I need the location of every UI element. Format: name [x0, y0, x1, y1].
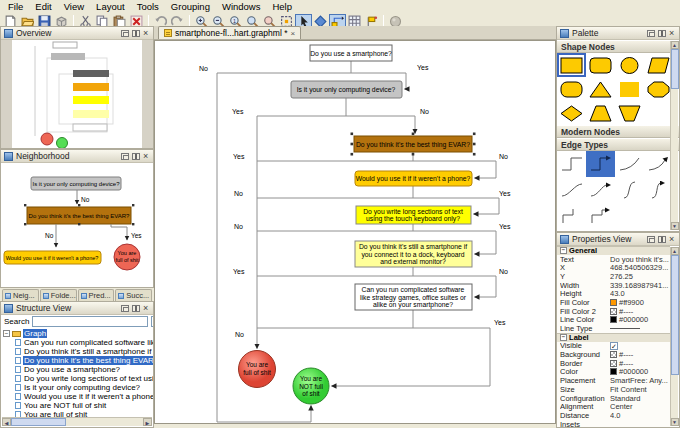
edge-zigzag[interactable]	[557, 203, 586, 229]
section-modern-nodes[interactable]: Modern Nodes»	[557, 125, 679, 138]
neighborhood-node-evar[interactable]: Do you think it's the best thing EVAR?	[29, 213, 130, 219]
pin-panel-icon[interactable]	[132, 153, 140, 160]
background-swatch[interactable]	[610, 351, 617, 358]
float-panel-icon[interactable]	[647, 30, 655, 37]
edge-arc[interactable]	[615, 151, 644, 177]
scrollbar-thumb[interactable]	[11, 418, 66, 426]
menu-edit[interactable]: Edit	[29, 1, 57, 12]
prop-line-type[interactable]: Line Type	[557, 324, 670, 333]
menu-layout[interactable]: Layout	[90, 1, 131, 12]
collapse-icon[interactable]: −	[560, 334, 567, 341]
fill-color-swatch[interactable]	[610, 299, 617, 306]
tree-item[interactable]: You are NOT full of shit	[3, 401, 153, 410]
neighborhood-node-red[interactable]: You are	[118, 250, 137, 256]
pin-panel-icon[interactable]	[658, 30, 666, 37]
line-color-swatch[interactable]	[610, 316, 617, 323]
tree-item[interactable]: Can you run complicated software like st…	[3, 338, 153, 347]
prop-line-color[interactable]: Line Color#000000	[557, 316, 670, 325]
scrollbar-thumb[interactable]	[671, 49, 679, 89]
tree-item[interactable]: Do you use a smartphone?	[3, 365, 153, 374]
prop-y[interactable]: Y276.25	[557, 272, 670, 281]
tab-neighborhood[interactable]: Neig...	[2, 289, 39, 301]
menu-view[interactable]: View	[58, 1, 90, 12]
shape-diamond[interactable]	[557, 101, 586, 125]
float-panel-icon[interactable]	[647, 236, 655, 243]
scroll-left-icon[interactable]: ◀	[2, 418, 11, 426]
close-panel-icon[interactable]: ×	[143, 305, 150, 312]
section-shape-nodes[interactable]: Shape Nodes»	[557, 40, 679, 53]
section-general[interactable]: − General	[557, 246, 670, 255]
scroll-right-icon[interactable]: ▶	[143, 418, 152, 426]
palette-scrollbar[interactable]: ▲ ▼	[670, 41, 678, 230]
prop-fill-color[interactable]: Fill Color#ff9900	[557, 298, 670, 307]
close-tab-icon[interactable]: ×	[290, 29, 295, 38]
menu-file[interactable]: File	[2, 1, 29, 12]
shape-trapezoid-down[interactable]	[615, 101, 644, 125]
properties-scrollbar[interactable]: ▲ ▼	[670, 247, 678, 426]
edge-spline-arrow[interactable]	[644, 177, 673, 203]
shape-octagon[interactable]	[644, 77, 673, 101]
edge-smooth-polyline[interactable]	[557, 177, 586, 203]
shape-borderless-rectangle[interactable]	[615, 77, 644, 101]
scroll-down-icon[interactable]: ▼	[671, 418, 679, 426]
shape-bevel-rectangle[interactable]	[557, 77, 586, 101]
scroll-up-icon[interactable]: ▲	[671, 247, 679, 255]
tree-item[interactable]: Would you use it if it weren't a phone?	[3, 392, 153, 401]
prop-border[interactable]: Border#----	[557, 359, 670, 368]
shape-rounded-rectangle[interactable]	[586, 53, 615, 77]
close-panel-icon[interactable]: ×	[669, 30, 676, 37]
neighborhood-view[interactable]: Is it your only computing device? No Do …	[1, 163, 153, 287]
tab-predecessors[interactable]: Pred...	[78, 289, 115, 301]
menu-grouping[interactable]: Grouping	[165, 1, 216, 12]
prop-fill-color-2[interactable]: Fill Color 2#----	[557, 307, 670, 316]
prop-placement[interactable]: PlacementSmartFree: Any...	[557, 376, 670, 385]
tab-successors[interactable]: Succ...	[115, 289, 152, 301]
search-input[interactable]	[32, 316, 148, 327]
close-panel-icon[interactable]: ×	[143, 153, 150, 160]
tree-item-graph[interactable]: −Graph	[3, 329, 153, 338]
pin-panel-icon[interactable]	[132, 30, 140, 37]
scroll-down-icon[interactable]: ▼	[671, 222, 679, 230]
tab-folder-contents[interactable]: Folde...	[40, 289, 77, 301]
neighborhood-node-phone[interactable]: Would you use it if it weren't a phone?	[6, 255, 99, 261]
menu-help[interactable]: Help	[266, 1, 298, 12]
prop-width[interactable]: Width339.168987941...	[557, 281, 670, 290]
prop-insets[interactable]: Insets	[557, 420, 670, 428]
section-edge-types[interactable]: Edge Types»	[557, 138, 679, 151]
expander-icon[interactable]: −	[3, 330, 10, 337]
tree-item-selected[interactable]: Do you think it's the best thing EVAR?	[3, 356, 153, 365]
prop-alignment[interactable]: AlignmentCenter	[557, 402, 670, 411]
border-swatch[interactable]	[610, 360, 617, 367]
pin-panel-icon[interactable]	[132, 305, 140, 312]
float-panel-icon[interactable]	[121, 153, 129, 160]
shape-triangle[interactable]	[586, 77, 615, 101]
edge-zigzag-arrow[interactable]	[586, 203, 615, 229]
prop-height[interactable]: Height43.0	[557, 289, 670, 298]
document-tab[interactable]: smartphone-fl...hart.graphml * ×	[158, 26, 301, 39]
float-panel-icon[interactable]	[121, 30, 129, 37]
close-panel-icon[interactable]: ×	[143, 30, 150, 37]
prop-configuration[interactable]: ConfigurationStandard	[557, 394, 670, 403]
prop-text[interactable]: TextDo you think it's...	[557, 255, 670, 264]
edge-polyline[interactable]	[557, 151, 586, 177]
color-swatch[interactable]	[610, 368, 617, 375]
collapse-icon[interactable]: −	[560, 247, 567, 254]
edge-spline[interactable]	[615, 177, 644, 203]
line-type-preview[interactable]	[610, 328, 640, 329]
edge-arc-arrow[interactable]	[644, 151, 673, 177]
shape-trapezoid[interactable]	[586, 101, 615, 125]
horizontal-scrollbar[interactable]: ◀ ▶	[2, 417, 152, 426]
neighborhood-node-device[interactable]: Is it your only computing device?	[32, 181, 120, 187]
prop-visible[interactable]: Visible✓	[557, 342, 670, 351]
edge-smooth-polyline-arrow[interactable]	[586, 177, 615, 203]
section-label[interactable]: − Label	[557, 333, 670, 342]
scroll-up-icon[interactable]: ▲	[671, 41, 679, 49]
scrollbar-thumb[interactable]	[671, 255, 679, 375]
close-panel-icon[interactable]: ×	[669, 236, 676, 243]
float-panel-icon[interactable]	[121, 305, 129, 312]
checkbox-checked[interactable]: ✓	[610, 342, 618, 350]
overview-minimap[interactable]	[1, 40, 153, 148]
prop-background[interactable]: Background#----	[557, 350, 670, 359]
shape-rectangle[interactable]	[557, 53, 586, 77]
fill-color-2-swatch[interactable]	[610, 308, 617, 315]
